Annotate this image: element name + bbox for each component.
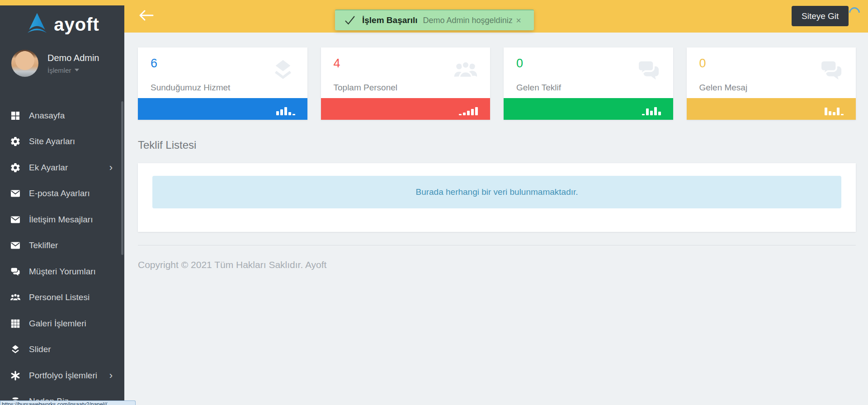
sidebar-item-label: E-posta Ayarları bbox=[29, 188, 113, 198]
toast-message: Demo Admin hoşgeldiniz bbox=[423, 16, 513, 25]
comments-icon bbox=[819, 57, 844, 85]
stat-card-value: 0 bbox=[699, 57, 706, 71]
ayoft-arrow-logo-icon bbox=[25, 12, 49, 37]
sidebar-item-label: Site Ayarları bbox=[29, 137, 113, 146]
gear-icon bbox=[9, 136, 22, 147]
comments-icon bbox=[9, 266, 22, 277]
link-status-tooltip: https://bursawebworks.com/insaatv2/panel… bbox=[0, 400, 136, 405]
copyright-text: Copyright © 2021 Tüm Hakları Saklıdır. A… bbox=[138, 259, 856, 270]
caret-down-icon bbox=[75, 69, 79, 71]
users-icon bbox=[453, 57, 478, 85]
main-content: 6Sunduğumuz Hizmet4Toplam Personel0Gelen… bbox=[124, 33, 868, 405]
sidebar: ayoft Demo Admin İşlemler AnasayfaSite A… bbox=[0, 5, 124, 405]
sidebar-item-label: Anasayfa bbox=[29, 111, 113, 121]
dashboard-icon bbox=[9, 110, 22, 121]
stat-card-footer bbox=[321, 98, 491, 120]
arrow-left-icon bbox=[139, 9, 154, 23]
stat-card-footer bbox=[138, 98, 307, 120]
go-to-site-button[interactable]: Siteye Git bbox=[792, 6, 849, 26]
stat-card-label: Gelen Mesaj bbox=[699, 83, 748, 93]
close-icon[interactable]: × bbox=[516, 16, 521, 25]
sidebar-item-teklifler[interactable]: Teklifler bbox=[0, 233, 124, 259]
stat-card-label: Gelen Teklif bbox=[516, 83, 561, 93]
sidebar-nav: AnasayfaSite AyarlarıEk Ayarlar›E-posta … bbox=[0, 103, 124, 405]
comments-icon bbox=[636, 57, 661, 85]
avatar[interactable] bbox=[11, 50, 38, 77]
toast-title: İşlem Başarılı bbox=[362, 15, 418, 25]
empty-data-alert: Burada herhangi bir veri bulunmamaktadır… bbox=[152, 176, 841, 208]
stat-card-label: Sunduğumuz Hizmet bbox=[151, 83, 230, 93]
sidebar-item-label: Slider bbox=[29, 344, 113, 354]
brand-name: ayoft bbox=[54, 14, 99, 35]
sidebar-item-label: Ek Ayarlar bbox=[29, 163, 109, 173]
sidebar-scrollbar[interactable] bbox=[121, 101, 123, 255]
sidebar-item-e-posta-ayarlar-[interactable]: E-posta Ayarları bbox=[0, 181, 124, 207]
check-icon bbox=[344, 15, 356, 25]
envelope-icon bbox=[9, 188, 22, 199]
sidebar-item-slider[interactable]: Slider bbox=[0, 337, 124, 363]
footer-divider bbox=[138, 245, 856, 245]
sidebar-item-site-ayarlar-[interactable]: Site Ayarları bbox=[0, 129, 124, 155]
gear-icon bbox=[9, 162, 22, 173]
stat-card-toplam-personel[interactable]: 4Toplam Personel bbox=[321, 47, 491, 120]
sidebar-item-portfolyo-i-lemleri[interactable]: Portfolyo İşlemleri› bbox=[0, 363, 124, 389]
chevron-right-icon: › bbox=[109, 371, 113, 381]
sidebar-item-label: İletişim Mesajları bbox=[29, 215, 113, 225]
sidebar-item-label: Portfolyo İşlemleri bbox=[29, 371, 109, 381]
loading-spinner-icon bbox=[847, 5, 862, 20]
envelope-icon bbox=[9, 240, 22, 251]
user-actions-dropdown[interactable]: İşlemler bbox=[47, 66, 99, 74]
stat-cards-row: 6Sunduğumuz Hizmet4Toplam Personel0Gelen… bbox=[138, 47, 856, 120]
users-icon bbox=[9, 292, 22, 303]
layers-icon bbox=[270, 57, 296, 85]
brand-logo[interactable]: ayoft bbox=[0, 5, 124, 38]
stat-card-gelen-teklif[interactable]: 0Gelen Teklif bbox=[504, 47, 673, 120]
sidebar-item-galeri-i-lemleri[interactable]: Galeri İşlemleri bbox=[0, 311, 124, 337]
user-name: Demo Admin bbox=[47, 53, 99, 63]
stat-card-value: 4 bbox=[334, 57, 340, 71]
sidebar-item-label: Müşteri Yorumları bbox=[29, 267, 113, 277]
sidebar-item-personel-listesi[interactable]: Personel Listesi bbox=[0, 285, 124, 311]
asterisk-icon bbox=[9, 370, 22, 381]
stat-card-label: Toplam Personel bbox=[334, 83, 398, 93]
stat-card-gelen-mesaj[interactable]: 0Gelen Mesaj bbox=[687, 47, 856, 120]
stat-card-footer bbox=[504, 98, 673, 120]
stat-card-value: 6 bbox=[151, 57, 157, 71]
sidebar-item-m-teri-yorumlar-[interactable]: Müşteri Yorumları bbox=[0, 259, 124, 285]
chevron-right-icon: › bbox=[109, 163, 113, 173]
back-button[interactable] bbox=[138, 9, 155, 23]
sidebar-item-label: Teklifler bbox=[29, 240, 113, 250]
sidebar-item-ek-ayarlar[interactable]: Ek Ayarlar› bbox=[0, 155, 124, 181]
stat-card-footer bbox=[687, 98, 856, 120]
stat-card-value: 0 bbox=[516, 57, 523, 71]
envelope-icon bbox=[9, 214, 22, 225]
user-profile: Demo Admin İşlemler bbox=[11, 50, 124, 77]
layers-icon bbox=[9, 344, 22, 355]
sidebar-item-label: Galeri İşlemleri bbox=[29, 319, 113, 329]
empty-data-alert-text: Burada herhangi bir veri bulunmamaktadır… bbox=[415, 187, 578, 197]
sidebar-item-i-leti-im-mesajlar-[interactable]: İletişim Mesajları bbox=[0, 207, 124, 233]
grid-icon bbox=[9, 318, 22, 329]
section-title: Teklif Listesi bbox=[138, 139, 856, 151]
stat-card-sundu-umuz-hizmet[interactable]: 6Sunduğumuz Hizmet bbox=[138, 47, 307, 120]
offer-list-panel: Burada herhangi bir veri bulunmamaktadır… bbox=[138, 163, 856, 232]
user-actions-label: İşlemler bbox=[47, 66, 71, 74]
sidebar-item-label: Personel Listesi bbox=[29, 292, 113, 302]
success-toast: İşlem Başarılı Demo Admin hoşgeldiniz × bbox=[335, 9, 534, 30]
sidebar-item-anasayfa[interactable]: Anasayfa bbox=[0, 103, 124, 129]
